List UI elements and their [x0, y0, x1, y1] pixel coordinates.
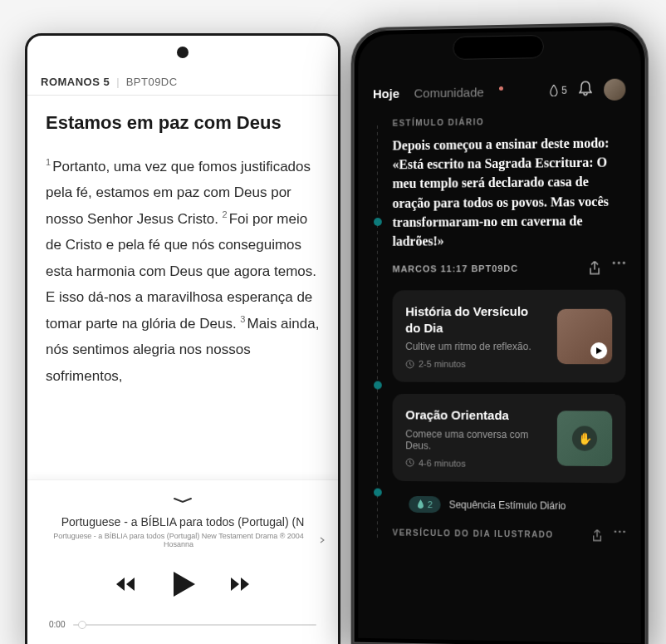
feed-tabs: Hoje Comunidade [373, 84, 503, 100]
illustrated-votd-label: VERSÍCULO DO DIA ILUSTRADO [393, 527, 626, 542]
volume-down [647, 251, 649, 302]
phone-iphone: Hoje Comunidade 5 ESTÍMULO DIÁRIO Depois… [351, 22, 649, 644]
verse-body[interactable]: 1Portanto, uma vez que fomos justificado… [46, 154, 320, 389]
elapsed-time: 0:00 [49, 620, 65, 629]
camera-icon [177, 47, 189, 58]
clock-icon [405, 359, 414, 368]
drop-icon [417, 499, 424, 509]
book-chapter[interactable]: ROMANOS 5 [41, 76, 110, 88]
progress-bar[interactable]: 0:00 [41, 620, 325, 629]
avatar[interactable] [604, 79, 625, 101]
home-screen: Hoje Comunidade 5 ESTÍMULO DIÁRIO Depois… [358, 30, 640, 644]
volume-up [647, 192, 649, 243]
audio-title: Portuguese - a BÍBLIA para todos (Portug… [41, 515, 325, 528]
svg-point-6 [619, 530, 621, 533]
svg-point-5 [615, 530, 617, 533]
notification-dot [499, 86, 503, 90]
notifications-button[interactable] [579, 81, 592, 99]
track[interactable] [73, 624, 316, 626]
card-subtitle: Cultive um ritmo de reflexão. [405, 341, 546, 352]
svg-point-7 [623, 530, 625, 533]
chevron-right-icon [320, 537, 325, 543]
verse-ref-row: MARCOS 11:17 BPT09DC [393, 261, 626, 275]
mute-switch [647, 150, 649, 175]
audio-subtitle[interactable]: Portuguese - a BÍBLIA para todos (Portug… [41, 532, 325, 548]
card-duration: 4-6 minutos [405, 458, 546, 469]
collapse-handle[interactable] [41, 492, 325, 507]
card-thumbnail: ✋ [557, 410, 612, 466]
svg-point-1 [618, 262, 620, 264]
audio-player: Portuguese - a BÍBLIA para todos (Portug… [27, 479, 338, 644]
streak-row[interactable]: 2 Sequência Estímulo Diário [409, 496, 566, 514]
card-thumbnail [557, 308, 612, 363]
dynamic-island [453, 35, 543, 60]
bible-version[interactable]: BPT09DC [126, 76, 178, 88]
more-icon[interactable] [612, 261, 625, 264]
card-text: Oração Orientada Comece uma conversa com… [405, 407, 546, 469]
card-title: História do Versículo do Dia [405, 303, 546, 336]
streak-label: Sequência Estímulo Diário [449, 499, 566, 512]
share-icon[interactable] [589, 262, 600, 275]
more-icon[interactable] [614, 529, 625, 533]
top-bar: Hoje Comunidade 5 [358, 71, 640, 116]
clock-icon [405, 458, 414, 467]
rewind-button[interactable] [114, 573, 137, 599]
phone-android: ROMANOS 5 | BPT09DC Estamos em paz com D… [25, 33, 340, 644]
daily-refresh-label: ESTÍMULO DIÁRIO [393, 116, 626, 128]
verse-actions [589, 261, 625, 274]
verse-number: 2 [223, 209, 228, 219]
reader-content: Estamos em paz com Deus 1Portanto, uma v… [27, 96, 338, 406]
streak-counter[interactable]: 5 [549, 85, 567, 96]
verse-number: 3 [240, 314, 245, 324]
play-button[interactable] [167, 568, 198, 603]
timeline-line [377, 125, 378, 538]
bell-icon [579, 81, 592, 96]
card-duration: 2-5 minutos [405, 359, 546, 369]
power-button [647, 327, 649, 402]
tab-community[interactable]: Comunidade [414, 85, 484, 100]
scrubber-thumb[interactable] [78, 621, 86, 629]
hand-icon: ✋ [572, 425, 597, 450]
status-bar [27, 36, 338, 69]
card-guided-prayer[interactable]: Oração Orientada Comece uma conversa com… [393, 394, 626, 483]
timeline-dot [374, 489, 382, 497]
daily-verse[interactable]: Depois começou a ensinar deste modo: «Es… [393, 133, 626, 251]
divider: | [116, 76, 119, 88]
reader-header[interactable]: ROMANOS 5 | BPT09DC [27, 69, 338, 96]
share-icon[interactable] [592, 529, 602, 541]
timeline-dot [374, 381, 382, 390]
flame-icon [549, 85, 559, 96]
play-icon[interactable] [590, 342, 607, 359]
card-subtitle: Comece uma conversa com Deus. [405, 428, 546, 452]
svg-point-2 [623, 262, 625, 264]
top-actions: 5 [549, 79, 625, 102]
card-text: História do Versículo do Dia Cultive um … [405, 303, 546, 369]
verse-text: Foi por meio de Cristo e pela fé que nós… [46, 211, 316, 332]
player-controls [41, 568, 325, 603]
tab-today[interactable]: Hoje [373, 86, 399, 100]
feed-content[interactable]: ESTÍMULO DIÁRIO Depois começou a ensinar… [358, 116, 640, 542]
card-title: Oração Orientada [405, 407, 546, 424]
card-verse-story[interactable]: História do Versículo do Dia Cultive um … [393, 290, 626, 383]
verse-reference[interactable]: MARCOS 11:17 BPT09DC [393, 263, 519, 274]
verse-number: 1 [46, 157, 51, 167]
timeline-dot [374, 218, 382, 226]
section-heading: Estamos em paz com Deus [46, 112, 320, 134]
svg-point-0 [613, 262, 615, 264]
forward-button[interactable] [228, 573, 252, 599]
streak-badge: 2 [409, 496, 441, 513]
